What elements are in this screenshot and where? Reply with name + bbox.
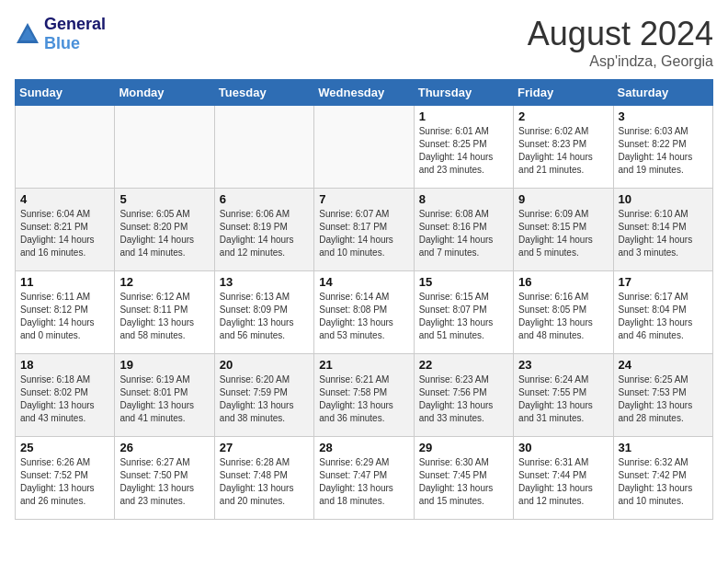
day-number: 20: [220, 358, 309, 372]
logo: General Blue: [15, 15, 106, 53]
day-number: 9: [518, 192, 608, 206]
day-info: Sunrise: 6:09 AM Sunset: 8:15 PM Dayligh…: [518, 208, 608, 259]
col-header-saturday: Saturday: [613, 80, 712, 106]
day-info: Sunrise: 6:18 AM Sunset: 8:02 PM Dayligh…: [20, 373, 109, 425]
calendar-cell: 11Sunrise: 6:11 AM Sunset: 8:12 PM Dayli…: [16, 271, 115, 354]
day-number: 1: [419, 109, 508, 123]
calendar-cell: 14Sunrise: 6:14 AM Sunset: 8:08 PM Dayli…: [314, 271, 414, 354]
col-header-thursday: Thursday: [414, 80, 513, 106]
day-info: Sunrise: 6:31 AM Sunset: 7:44 PM Dayligh…: [518, 456, 608, 508]
day-number: 23: [518, 358, 608, 372]
calendar-week-1: 1Sunrise: 6:01 AM Sunset: 8:25 PM Daylig…: [16, 106, 713, 189]
day-number: 2: [518, 109, 608, 123]
day-info: Sunrise: 6:26 AM Sunset: 7:52 PM Dayligh…: [20, 456, 109, 508]
calendar-table: SundayMondayTuesdayWednesdayThursdayFrid…: [15, 79, 713, 520]
day-info: Sunrise: 6:19 AM Sunset: 8:01 PM Dayligh…: [119, 373, 209, 425]
calendar-cell: 31Sunrise: 6:32 AM Sunset: 7:42 PM Dayli…: [613, 437, 712, 520]
month-year-title: August 2024: [528, 15, 713, 53]
calendar-cell: 8Sunrise: 6:08 AM Sunset: 8:16 PM Daylig…: [414, 189, 513, 271]
day-info: Sunrise: 6:02 AM Sunset: 8:23 PM Dayligh…: [518, 125, 608, 177]
day-number: 28: [319, 441, 408, 454]
calendar-cell: 18Sunrise: 6:18 AM Sunset: 8:02 PM Dayli…: [16, 354, 115, 437]
day-number: 19: [119, 358, 209, 372]
day-number: 24: [619, 358, 708, 372]
day-info: Sunrise: 6:03 AM Sunset: 8:22 PM Dayligh…: [619, 125, 708, 177]
day-info: Sunrise: 6:06 AM Sunset: 8:19 PM Dayligh…: [220, 208, 309, 259]
calendar-cell: 2Sunrise: 6:02 AM Sunset: 8:23 PM Daylig…: [514, 106, 613, 189]
day-info: Sunrise: 6:16 AM Sunset: 8:05 PM Dayligh…: [518, 291, 608, 342]
day-info: Sunrise: 6:04 AM Sunset: 8:21 PM Dayligh…: [20, 208, 109, 259]
calendar-cell: 28Sunrise: 6:29 AM Sunset: 7:47 PM Dayli…: [314, 437, 414, 520]
calendar-cell: [16, 106, 115, 189]
day-number: 5: [119, 192, 209, 206]
calendar-header-row: SundayMondayTuesdayWednesdayThursdayFrid…: [16, 80, 713, 106]
calendar-cell: 19Sunrise: 6:19 AM Sunset: 8:01 PM Dayli…: [115, 354, 214, 437]
day-number: 30: [518, 441, 608, 454]
col-header-monday: Monday: [115, 80, 214, 106]
day-number: 17: [619, 275, 708, 289]
day-number: 15: [419, 275, 508, 289]
calendar-cell: 30Sunrise: 6:31 AM Sunset: 7:44 PM Dayli…: [514, 437, 613, 520]
day-info: Sunrise: 6:28 AM Sunset: 7:48 PM Dayligh…: [220, 456, 309, 508]
calendar-cell: [214, 106, 313, 189]
calendar-cell: 16Sunrise: 6:16 AM Sunset: 8:05 PM Dayli…: [514, 271, 613, 354]
calendar-cell: 10Sunrise: 6:10 AM Sunset: 8:14 PM Dayli…: [613, 189, 712, 271]
day-number: 25: [20, 441, 109, 454]
col-header-friday: Friday: [514, 80, 613, 106]
day-info: Sunrise: 6:29 AM Sunset: 7:47 PM Dayligh…: [319, 456, 408, 508]
day-number: 12: [119, 275, 209, 289]
day-number: 6: [220, 192, 309, 206]
calendar-cell: 17Sunrise: 6:17 AM Sunset: 8:04 PM Dayli…: [613, 271, 712, 354]
calendar-cell: 26Sunrise: 6:27 AM Sunset: 7:50 PM Dayli…: [115, 437, 214, 520]
day-info: Sunrise: 6:05 AM Sunset: 8:20 PM Dayligh…: [119, 208, 209, 259]
location-subtitle: Asp'indza, Georgia: [528, 53, 713, 70]
day-number: 4: [20, 192, 109, 206]
calendar-cell: 5Sunrise: 6:05 AM Sunset: 8:20 PM Daylig…: [115, 189, 214, 271]
day-number: 10: [619, 192, 708, 206]
day-info: Sunrise: 6:15 AM Sunset: 8:07 PM Dayligh…: [419, 291, 508, 342]
calendar-week-2: 4Sunrise: 6:04 AM Sunset: 8:21 PM Daylig…: [16, 189, 713, 271]
day-info: Sunrise: 6:25 AM Sunset: 7:53 PM Dayligh…: [619, 373, 708, 425]
day-number: 22: [419, 358, 508, 372]
day-info: Sunrise: 6:27 AM Sunset: 7:50 PM Dayligh…: [119, 456, 209, 508]
title-block: August 2024 Asp'indza, Georgia: [528, 15, 713, 70]
day-info: Sunrise: 6:14 AM Sunset: 8:08 PM Dayligh…: [319, 291, 408, 342]
calendar-cell: 25Sunrise: 6:26 AM Sunset: 7:52 PM Dayli…: [16, 437, 115, 520]
col-header-wednesday: Wednesday: [314, 80, 414, 106]
logo-general: General: [44, 15, 106, 33]
day-info: Sunrise: 6:21 AM Sunset: 7:58 PM Dayligh…: [319, 373, 408, 425]
day-info: Sunrise: 6:13 AM Sunset: 8:09 PM Dayligh…: [220, 291, 309, 342]
day-number: 31: [619, 441, 708, 454]
col-header-sunday: Sunday: [16, 80, 115, 106]
calendar-cell: 15Sunrise: 6:15 AM Sunset: 8:07 PM Dayli…: [414, 271, 513, 354]
day-info: Sunrise: 6:07 AM Sunset: 8:17 PM Dayligh…: [319, 208, 408, 259]
day-number: 26: [119, 441, 209, 454]
calendar-cell: [314, 106, 414, 189]
calendar-cell: 4Sunrise: 6:04 AM Sunset: 8:21 PM Daylig…: [16, 189, 115, 271]
day-number: 8: [419, 192, 508, 206]
day-info: Sunrise: 6:30 AM Sunset: 7:45 PM Dayligh…: [419, 456, 508, 508]
calendar-week-4: 18Sunrise: 6:18 AM Sunset: 8:02 PM Dayli…: [16, 354, 713, 437]
calendar-cell: 27Sunrise: 6:28 AM Sunset: 7:48 PM Dayli…: [214, 437, 313, 520]
calendar-cell: 29Sunrise: 6:30 AM Sunset: 7:45 PM Dayli…: [414, 437, 513, 520]
day-number: 13: [220, 275, 309, 289]
day-info: Sunrise: 6:20 AM Sunset: 7:59 PM Dayligh…: [220, 373, 309, 425]
page-header: General Blue August 2024 Asp'indza, Geor…: [15, 15, 713, 70]
day-info: Sunrise: 6:12 AM Sunset: 8:11 PM Dayligh…: [119, 291, 209, 342]
calendar-cell: [115, 106, 214, 189]
day-number: 21: [319, 358, 408, 372]
day-info: Sunrise: 6:01 AM Sunset: 8:25 PM Dayligh…: [419, 125, 508, 177]
calendar-cell: 9Sunrise: 6:09 AM Sunset: 8:15 PM Daylig…: [514, 189, 613, 271]
day-info: Sunrise: 6:32 AM Sunset: 7:42 PM Dayligh…: [619, 456, 708, 508]
logo-blue: Blue: [44, 34, 80, 52]
day-info: Sunrise: 6:10 AM Sunset: 8:14 PM Dayligh…: [619, 208, 708, 259]
day-number: 16: [518, 275, 608, 289]
day-info: Sunrise: 6:11 AM Sunset: 8:12 PM Dayligh…: [20, 291, 109, 342]
day-info: Sunrise: 6:08 AM Sunset: 8:16 PM Dayligh…: [419, 208, 508, 259]
calendar-week-5: 25Sunrise: 6:26 AM Sunset: 7:52 PM Dayli…: [16, 437, 713, 520]
calendar-cell: 3Sunrise: 6:03 AM Sunset: 8:22 PM Daylig…: [613, 106, 712, 189]
calendar-cell: 23Sunrise: 6:24 AM Sunset: 7:55 PM Dayli…: [514, 354, 613, 437]
calendar-cell: 13Sunrise: 6:13 AM Sunset: 8:09 PM Dayli…: [214, 271, 313, 354]
day-number: 3: [619, 109, 708, 123]
calendar-week-3: 11Sunrise: 6:11 AM Sunset: 8:12 PM Dayli…: [16, 271, 713, 354]
